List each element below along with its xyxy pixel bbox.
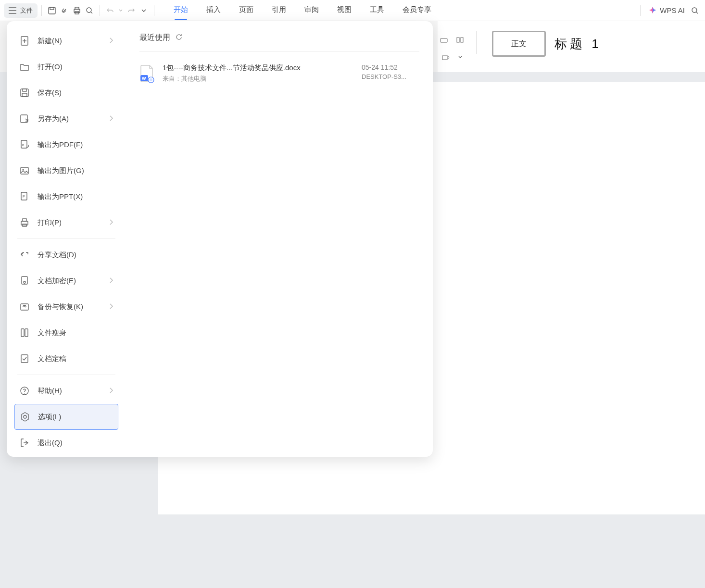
undo-dropdown-icon[interactable] [116, 4, 125, 17]
separator [41, 5, 42, 16]
hamburger-icon [9, 7, 16, 14]
tab-review[interactable]: 审阅 [300, 2, 324, 18]
tab-page[interactable]: 页面 [234, 2, 258, 18]
tab-start[interactable]: 开始 [169, 2, 193, 18]
tab-member[interactable]: 会员专享 [398, 2, 436, 18]
preview-icon[interactable] [83, 4, 96, 17]
search-icon[interactable] [689, 4, 701, 17]
tab-insert[interactable]: 插入 [201, 2, 226, 18]
tab-tools[interactable]: 工具 [365, 2, 389, 18]
tab-view[interactable]: 视图 [332, 2, 356, 18]
print-icon[interactable] [71, 4, 83, 17]
more-dropdown-icon[interactable] [138, 4, 150, 17]
svg-rect-1 [50, 7, 54, 10]
wps-ai-button[interactable]: WPS AI [648, 6, 685, 15]
link-icon[interactable] [58, 4, 71, 17]
svg-rect-3 [75, 7, 79, 9]
redo-icon[interactable] [125, 4, 138, 17]
svg-point-5 [87, 8, 91, 13]
separator [154, 5, 154, 16]
separator [100, 5, 100, 16]
tab-reference[interactable]: 引用 [267, 2, 291, 18]
toolbar-right: WPS AI [636, 4, 701, 17]
save-icon[interactable] [46, 4, 58, 17]
undo-icon[interactable] [104, 4, 116, 17]
file-label: 文件 [20, 6, 33, 15]
wps-ai-label: WPS AI [660, 6, 685, 14]
file-button[interactable]: 文件 [4, 3, 38, 18]
ribbon-tabs: 开始 插入 页面 引用 审阅 视图 工具 会员专享 [169, 2, 436, 18]
separator [640, 5, 641, 16]
top-toolbar: 文件 开始 插入 页面 引用 审阅 视图 工具 会员专享 WPS A [0, 0, 705, 21]
svg-point-6 [692, 8, 697, 13]
wps-ai-icon [648, 6, 657, 15]
svg-rect-0 [49, 7, 55, 14]
